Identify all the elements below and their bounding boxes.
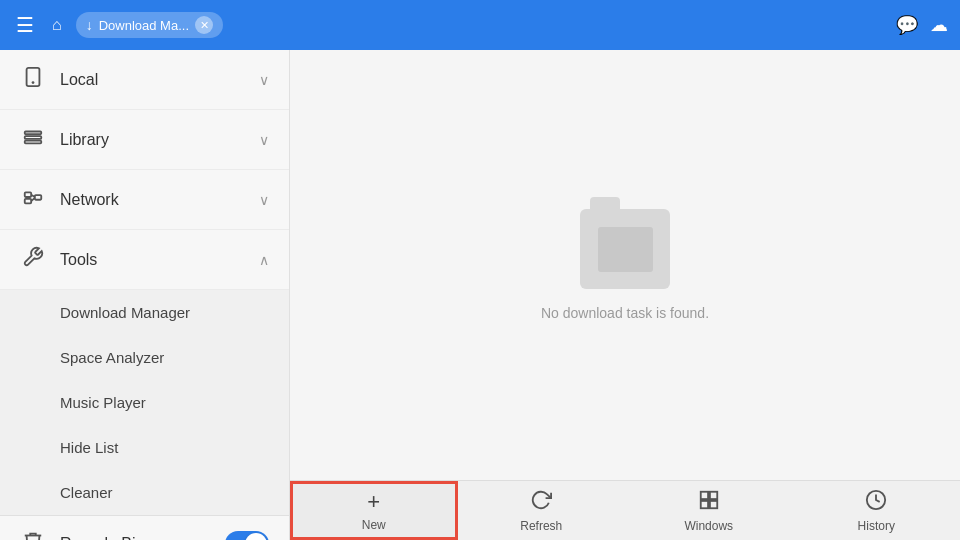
- sidebar-item-library[interactable]: Library ∨: [0, 110, 289, 170]
- svg-rect-10: [701, 491, 708, 498]
- sidebar-item-space-analyzer[interactable]: Space Analyzer: [0, 335, 289, 380]
- svg-rect-5: [25, 192, 31, 197]
- chat-icon[interactable]: 💬: [896, 14, 918, 36]
- sidebar-item-hide-list[interactable]: Hide List: [0, 425, 289, 470]
- network-chevron: ∨: [259, 192, 269, 208]
- refresh-button[interactable]: Refresh: [458, 481, 626, 540]
- sidebar-item-network[interactable]: Network ∨: [0, 170, 289, 230]
- cleaner-label: Cleaner: [60, 484, 113, 501]
- top-bar: ☰ ⌂ ↓ Download Ma... ✕ 💬 ☁: [0, 0, 960, 50]
- menu-icon[interactable]: ☰: [12, 9, 38, 41]
- svg-rect-11: [710, 491, 717, 498]
- sidebar-item-tools[interactable]: Tools ∧: [0, 230, 289, 290]
- cloud-icon[interactable]: ☁: [930, 14, 948, 36]
- tools-label: Tools: [60, 251, 245, 269]
- library-chevron: ∨: [259, 132, 269, 148]
- history-icon: [865, 489, 887, 516]
- refresh-icon: [530, 489, 552, 516]
- music-player-label: Music Player: [60, 394, 146, 411]
- windows-label: Windows: [684, 519, 733, 533]
- bottom-toolbar: + New Refresh: [290, 480, 960, 540]
- svg-rect-6: [25, 199, 31, 204]
- recycle-bin-icon: [20, 530, 46, 540]
- sidebar-item-cleaner[interactable]: Cleaner: [0, 470, 289, 515]
- download-icon: ↓: [86, 17, 93, 33]
- main-layout: Local ∨ Library ∨: [0, 50, 960, 540]
- history-button[interactable]: History: [793, 481, 961, 540]
- sidebar: Local ∨ Library ∨: [0, 50, 290, 540]
- toggle-knob: [245, 533, 267, 541]
- sidebar-item-download-manager[interactable]: Download Manager: [0, 290, 289, 335]
- svg-rect-3: [25, 136, 42, 139]
- home-icon[interactable]: ⌂: [48, 12, 66, 38]
- local-label: Local: [60, 71, 245, 89]
- hide-list-label: Hide List: [60, 439, 118, 456]
- active-tab[interactable]: ↓ Download Ma... ✕: [76, 12, 223, 38]
- sidebar-item-music-player[interactable]: Music Player: [0, 380, 289, 425]
- tab-label: Download Ma...: [99, 18, 189, 33]
- new-label: New: [362, 518, 386, 532]
- svg-line-9: [31, 198, 35, 201]
- content-main: No download task is found.: [290, 50, 960, 480]
- windows-icon: [698, 489, 720, 516]
- empty-folder-illustration: [580, 209, 670, 289]
- tools-chevron: ∧: [259, 252, 269, 268]
- empty-message: No download task is found.: [541, 305, 709, 321]
- svg-rect-7: [35, 195, 41, 200]
- tools-icon: [20, 246, 46, 273]
- svg-rect-13: [710, 500, 717, 507]
- history-label: History: [858, 519, 895, 533]
- new-button[interactable]: + New: [290, 481, 458, 540]
- refresh-label: Refresh: [520, 519, 562, 533]
- network-label: Network: [60, 191, 245, 209]
- library-label: Library: [60, 131, 245, 149]
- svg-rect-4: [25, 141, 42, 144]
- recycle-bin-toggle[interactable]: [225, 531, 269, 541]
- content-area: No download task is found. + New Refresh: [290, 50, 960, 540]
- recycle-bin-row: Recycle Bin: [0, 515, 289, 540]
- local-chevron: ∨: [259, 72, 269, 88]
- local-icon: [20, 66, 46, 93]
- top-bar-actions: 💬 ☁: [896, 14, 948, 36]
- svg-rect-2: [25, 132, 42, 135]
- sidebar-item-local[interactable]: Local ∨: [0, 50, 289, 110]
- new-icon: +: [367, 489, 380, 515]
- network-icon: [20, 186, 46, 213]
- folder-inner: [598, 227, 653, 272]
- svg-rect-12: [701, 500, 708, 507]
- space-analyzer-label: Space Analyzer: [60, 349, 164, 366]
- download-manager-label: Download Manager: [60, 304, 190, 321]
- library-icon: [20, 126, 46, 153]
- tab-close-icon[interactable]: ✕: [195, 16, 213, 34]
- windows-button[interactable]: Windows: [625, 481, 793, 540]
- recycle-bin-label: Recycle Bin: [60, 535, 211, 541]
